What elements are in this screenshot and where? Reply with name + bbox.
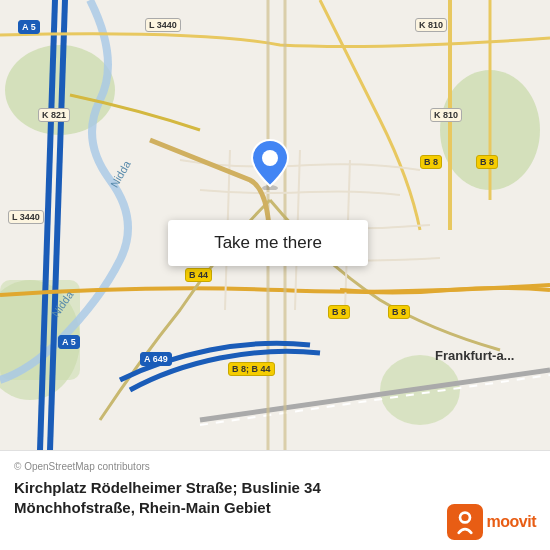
moovit-text: moovit bbox=[487, 513, 536, 531]
badge-b8b44: B 8; B 44 bbox=[228, 362, 275, 376]
title-line1: Kirchplatz Rödelheimer Straße; Buslinie … bbox=[14, 479, 321, 496]
svg-point-12 bbox=[461, 514, 468, 521]
badge-k810-top: K 810 bbox=[415, 18, 447, 32]
badge-k821: K 821 bbox=[38, 108, 70, 122]
attribution-text: © OpenStreetMap contributors bbox=[14, 461, 536, 472]
take-me-there-button[interactable]: Take me there bbox=[168, 220, 368, 266]
badge-b8-r1: B 8 bbox=[420, 155, 442, 169]
badge-a649: A 649 bbox=[140, 352, 172, 366]
svg-point-9 bbox=[262, 150, 278, 166]
badge-b8-r2: B 8 bbox=[476, 155, 498, 169]
badge-l3440-top: L 3440 bbox=[145, 18, 181, 32]
frankfurt-label: Frankfurt-a... bbox=[435, 348, 514, 363]
moovit-icon bbox=[447, 504, 483, 540]
title-line2: Mönchhofstraße, Rhein-Main Gebiet bbox=[14, 499, 271, 516]
badge-a5-top: A 5 bbox=[18, 20, 40, 34]
badge-b44: B 44 bbox=[185, 268, 212, 282]
badge-b8-m1: B 8 bbox=[328, 305, 350, 319]
badge-l3440-left: L 3440 bbox=[8, 210, 44, 224]
badge-a5-bot: A 5 bbox=[58, 335, 80, 349]
moovit-logo: moovit bbox=[447, 504, 536, 540]
info-panel: © OpenStreetMap contributors Kirchplatz … bbox=[0, 450, 550, 550]
badge-k810-mid: K 810 bbox=[430, 108, 462, 122]
badge-b8-m2: B 8 bbox=[388, 305, 410, 319]
map-pin bbox=[248, 138, 292, 182]
